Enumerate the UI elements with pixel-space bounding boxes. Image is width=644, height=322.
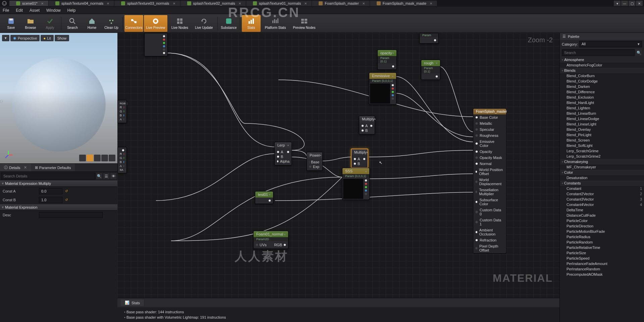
shape-cylinder-icon[interactable]: [79, 155, 86, 161]
palette-item[interactable]: Lerp_ScratchGrime2: [560, 154, 644, 159]
palette-item[interactable]: Constant4Vector4: [560, 202, 644, 207]
shape-sphere-icon[interactable]: [87, 155, 93, 161]
node-opacity[interactable]: opacity▾ Param (0.1): [377, 50, 397, 70]
perspective-button[interactable]: ◉Perspective: [10, 35, 40, 41]
platformstats-button[interactable]: Platform Stats: [261, 15, 289, 32]
livenodes-button[interactable]: Live Nodes: [168, 15, 192, 32]
close-icon[interactable]: ✕: [362, 2, 365, 5]
output-pin[interactable]: Opacity: [473, 149, 506, 155]
document-tab[interactable]: FoamSplash_master✕: [312, 1, 370, 6]
home-button[interactable]: Home: [83, 15, 101, 32]
tab-parameter-defaults[interactable]: ⊞Parameter Defaults: [31, 164, 75, 171]
palette-item[interactable]: Constant1: [560, 186, 644, 191]
substance-button[interactable]: Substance: [219, 15, 238, 32]
palette-item[interactable]: DistanceCullFade: [560, 213, 644, 218]
palette-item[interactable]: Blend_SoftLight: [560, 143, 644, 148]
lit-button[interactable]: ●Lit: [41, 35, 53, 41]
node-spec-partial[interactable]: Param: [419, 33, 439, 44]
node-texture-rgb-1[interactable]: RGB R G B A: [117, 100, 127, 123]
output-pin[interactable]: Ambient Occlusion: [473, 227, 506, 237]
close-icon[interactable]: ✕: [304, 2, 307, 5]
output-pin[interactable]: Tessellation Multiplier: [473, 187, 506, 197]
node-rough[interactable]: rough▾ Param (0.1): [421, 60, 440, 80]
palette-item[interactable]: Blend_Difference: [560, 89, 644, 95]
eye-icon[interactable]: 👁: [110, 173, 116, 179]
palette-item[interactable]: Blend_Screen: [560, 138, 644, 143]
reset-icon[interactable]: ↺: [65, 198, 69, 202]
section-material-expression[interactable]: Material Expression: [0, 204, 117, 211]
palette-item[interactable]: Blend_Exclusion: [560, 95, 644, 100]
save-button[interactable]: Save: [2, 15, 20, 32]
output-pin[interactable]: World Position Offset: [473, 167, 506, 177]
output-pin[interactable]: Metallic: [473, 120, 506, 126]
palette-item[interactable]: PerInstanceFadeAmount: [560, 261, 644, 266]
output-pin[interactable]: Emissive Color: [473, 139, 506, 149]
node-multiply-2[interactable]: Multiply▾ A B: [351, 149, 368, 168]
close-icon[interactable]: ✕: [430, 2, 432, 5]
palette-category[interactable]: Atmosphere: [560, 57, 644, 62]
shape-plane-icon[interactable]: [94, 155, 101, 161]
close-icon[interactable]: ✕: [41, 2, 44, 5]
close-icon[interactable]: ✕: [173, 2, 175, 5]
palette-list[interactable]: AtmosphereAtmosphericFogColorBlendsBlend…: [560, 57, 644, 322]
livepreview-button[interactable]: Live Preview: [144, 15, 167, 32]
output-pin[interactable]: Pixel Depth Offset: [473, 243, 506, 253]
palette-item[interactable]: ParticleColor: [560, 218, 644, 223]
output-pin[interactable]: Refraction: [473, 237, 506, 243]
category-select[interactable]: All ▾: [579, 41, 642, 47]
node-texture-sample[interactable]: [144, 33, 168, 56]
preview-viewport[interactable]: ▾ ◉Perspective ●Lit Show ‹: [0, 33, 117, 164]
output-pin[interactable]: Custom Data 1: [473, 217, 506, 227]
output-pin[interactable]: Specular: [473, 126, 506, 132]
connectors-button[interactable]: Connectors: [124, 15, 143, 32]
section-material-expression-multiply[interactable]: Material Expression Multiply: [0, 180, 117, 187]
apply-button[interactable]: Apply: [41, 15, 59, 32]
node-multiply-1[interactable]: Multiply▾ A B: [359, 116, 375, 135]
palette-item[interactable]: AtmosphericFogColor: [560, 62, 644, 68]
output-pin[interactable]: Subsurface Color: [473, 197, 506, 207]
filter-icon[interactable]: ☰: [103, 173, 109, 179]
output-pin[interactable]: World Displacement: [473, 177, 506, 187]
minimize-button[interactable]: —: [621, 1, 628, 6]
viewport-nav-prev[interactable]: ‹: [1, 98, 6, 104]
details-search-input[interactable]: [1, 173, 95, 179]
palette-item[interactable]: PrecomputedAOMask: [560, 272, 644, 277]
document-tab[interactable]: scene01*✕: [9, 1, 49, 6]
shape-cube-icon[interactable]: [101, 155, 108, 161]
node-lerp[interactable]: Lerp▾ A B Alpha: [274, 142, 292, 165]
previewnodes-button[interactable]: Preview Nodes: [290, 15, 318, 32]
const-a-input[interactable]: [39, 188, 62, 194]
desc-input[interactable]: [39, 212, 103, 218]
palette-item[interactable]: MF_Chromakeyer: [560, 164, 644, 170]
menu-window[interactable]: Window: [46, 8, 61, 13]
search-icon[interactable]: 🔍: [96, 173, 102, 179]
node-texture-rgb-2[interactable]: R G B A BA: [117, 147, 127, 173]
close-icon[interactable]: ✕: [238, 2, 241, 5]
palette-item[interactable]: Blend_Darken: [560, 84, 644, 89]
show-button[interactable]: Show: [55, 35, 69, 41]
palette-item[interactable]: Blend_Lighten: [560, 105, 644, 111]
stats-tab[interactable]: 📊Stats: [121, 300, 144, 306]
palette-item[interactable]: Constant3Vector3: [560, 197, 644, 202]
palette-item[interactable]: ParticleRandom: [560, 239, 644, 245]
cleanup-button[interactable]: Clean Up: [102, 15, 121, 32]
palette-item[interactable]: Blend_PinLight: [560, 132, 644, 138]
palette-item[interactable]: Blend_ColorDodge: [560, 78, 644, 84]
node-foam01-normal[interactable]: Foam01_normal▴ Param2D UVsRGB: [253, 231, 288, 249]
palette-search-input[interactable]: [562, 49, 635, 56]
close-button[interactable]: ✕: [636, 1, 643, 6]
palette-item[interactable]: ParticleMotionBlurFade: [560, 229, 644, 234]
dropdown-icon[interactable]: ▾: [614, 1, 621, 6]
tab-details[interactable]: ⓘDetails✕: [0, 164, 31, 171]
browse-button[interactable]: Browse: [21, 15, 40, 32]
document-tab[interactable]: splashTexture03_normals✕: [114, 1, 180, 6]
palette-item[interactable]: Constant2Vector2: [560, 191, 644, 197]
search-button[interactable]: Search: [63, 15, 82, 32]
palette-item[interactable]: Lerp_ScratchGrime: [560, 148, 644, 154]
output-pin[interactable]: Opacity Mask: [473, 155, 506, 161]
palette-item[interactable]: Desaturation: [560, 175, 644, 180]
document-tab[interactable]: splashTexture04_normals✕: [49, 1, 114, 6]
menu-edit[interactable]: Edit: [16, 8, 23, 13]
output-pin[interactable]: Roughness: [473, 132, 506, 139]
menu-help[interactable]: Help: [67, 8, 76, 13]
